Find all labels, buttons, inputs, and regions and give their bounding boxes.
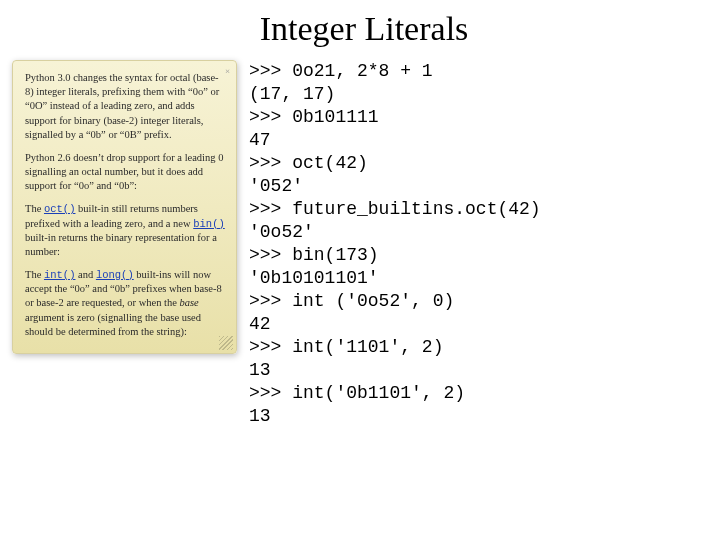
content-area: × Python 3.0 changes the syntax for octa… bbox=[0, 60, 728, 429]
text: The bbox=[25, 269, 44, 280]
text: argument is zero (signalling the base us… bbox=[25, 312, 201, 337]
note-paragraph-1: Python 3.0 changes the syntax for octal … bbox=[25, 71, 226, 142]
oct-fn-link[interactable]: oct() bbox=[44, 203, 76, 215]
code-block: >>> 0o21, 2*8 + 1 (17, 17) >>> 0b101111 … bbox=[237, 60, 716, 429]
page-title: Integer Literals bbox=[0, 10, 728, 48]
note-paragraph-4: The int() and long() built-ins will now … bbox=[25, 268, 226, 339]
bin-fn-link[interactable]: bin() bbox=[193, 218, 225, 230]
text: and bbox=[75, 269, 95, 280]
note-paragraph-2: Python 2.6 doesn’t drop support for a le… bbox=[25, 151, 226, 194]
text: The bbox=[25, 203, 44, 214]
note-close-icon: × bbox=[225, 65, 230, 77]
sticky-note: × Python 3.0 changes the syntax for octa… bbox=[12, 60, 237, 354]
text: built-in returns the binary representati… bbox=[25, 232, 217, 257]
long-fn-link[interactable]: long() bbox=[96, 269, 134, 281]
base-emphasis: base bbox=[180, 297, 199, 308]
int-fn-link[interactable]: int() bbox=[44, 269, 76, 281]
note-paragraph-3: The oct() built-in still returns numbers… bbox=[25, 202, 226, 259]
